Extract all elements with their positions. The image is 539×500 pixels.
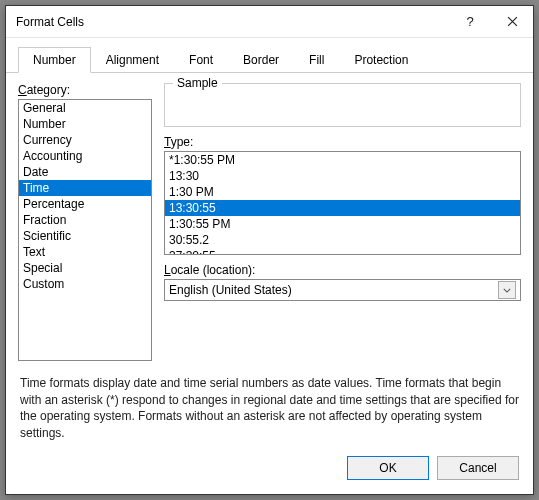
ok-button[interactable]: OK xyxy=(347,456,429,480)
footer: OK Cancel xyxy=(6,442,533,494)
locale-select[interactable]: English (United States) xyxy=(164,279,521,301)
category-item[interactable]: Text xyxy=(19,244,151,260)
tabs: NumberAlignmentFontBorderFillProtection xyxy=(6,38,533,73)
type-item[interactable]: *1:30:55 PM xyxy=(165,152,520,168)
category-list[interactable]: GeneralNumberCurrencyAccountingDateTimeP… xyxy=(18,99,152,361)
category-item[interactable]: General xyxy=(19,100,151,116)
category-item[interactable]: Custom xyxy=(19,276,151,292)
format-cells-dialog: Format Cells ? NumberAlignmentFontBorder… xyxy=(5,5,534,495)
category-item[interactable]: Special xyxy=(19,260,151,276)
category-item[interactable]: Date xyxy=(19,164,151,180)
tab-fill[interactable]: Fill xyxy=(294,47,339,73)
close-button[interactable] xyxy=(491,6,533,38)
type-label: Type: xyxy=(164,135,521,149)
cancel-button[interactable]: Cancel xyxy=(437,456,519,480)
sample-label: Sample xyxy=(173,76,222,90)
category-item[interactable]: Time xyxy=(19,180,151,196)
tab-border[interactable]: Border xyxy=(228,47,294,73)
tab-number[interactable]: Number xyxy=(18,47,91,73)
titlebar: Format Cells ? xyxy=(6,6,533,38)
category-item[interactable]: Scientific xyxy=(19,228,151,244)
category-item[interactable]: Percentage xyxy=(19,196,151,212)
type-item[interactable]: 1:30:55 PM xyxy=(165,216,520,232)
tab-alignment[interactable]: Alignment xyxy=(91,47,174,73)
close-icon xyxy=(507,16,518,27)
dialog-body: Category: GeneralNumberCurrencyAccountin… xyxy=(6,73,533,367)
type-item[interactable]: 13:30 xyxy=(165,168,520,184)
left-panel: Category: GeneralNumberCurrencyAccountin… xyxy=(18,83,152,361)
type-list[interactable]: *1:30:55 PM13:301:30 PM13:30:551:30:55 P… xyxy=(164,151,521,255)
chevron-down-icon xyxy=(498,281,516,299)
locale-value: English (United States) xyxy=(169,283,498,297)
type-item[interactable]: 37:30:55 xyxy=(165,248,520,255)
category-item[interactable]: Accounting xyxy=(19,148,151,164)
category-label: Category: xyxy=(18,83,152,97)
help-button[interactable]: ? xyxy=(449,6,491,38)
right-panel: Sample Type: *1:30:55 PM13:301:30 PM13:3… xyxy=(164,83,521,361)
type-item[interactable]: 1:30 PM xyxy=(165,184,520,200)
tab-font[interactable]: Font xyxy=(174,47,228,73)
window-title: Format Cells xyxy=(16,15,449,29)
category-item[interactable]: Currency xyxy=(19,132,151,148)
description-text: Time formats display date and time seria… xyxy=(6,367,533,442)
category-item[interactable]: Number xyxy=(19,116,151,132)
category-item[interactable]: Fraction xyxy=(19,212,151,228)
locale-label: Locale (location): xyxy=(164,263,521,277)
sample-box: Sample xyxy=(164,83,521,127)
type-item[interactable]: 30:55.2 xyxy=(165,232,520,248)
tab-protection[interactable]: Protection xyxy=(339,47,423,73)
type-item[interactable]: 13:30:55 xyxy=(165,200,520,216)
